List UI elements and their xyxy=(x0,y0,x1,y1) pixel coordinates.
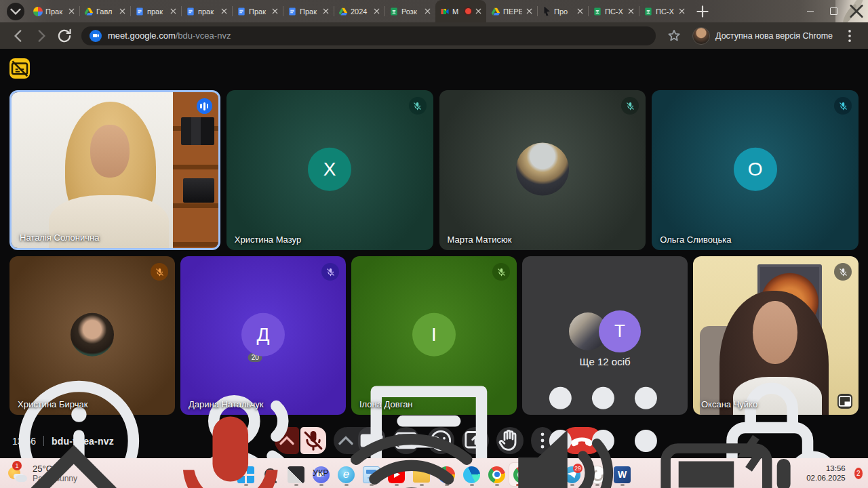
participant-name: Оксана Чуйко xyxy=(701,399,757,409)
drive-favicon xyxy=(491,7,500,16)
speaking-indicator xyxy=(197,98,212,114)
participant-name: Марта Матисюк xyxy=(448,235,512,245)
letter-avatar: Х xyxy=(308,148,351,191)
browser-tab[interactable]: M xyxy=(435,0,486,22)
battery-icon xyxy=(650,399,798,488)
window-maximize-button[interactable] xyxy=(822,0,845,22)
browser-tab[interactable]: ПС-Х xyxy=(588,0,639,22)
docs-favicon xyxy=(186,7,195,16)
new-tab-button[interactable] xyxy=(694,3,711,20)
back-arrow-icon xyxy=(9,27,27,45)
participant-name: Дарина Натальчук xyxy=(189,399,263,409)
chevron-up-icon xyxy=(0,399,148,488)
tab-close-icon[interactable] xyxy=(118,7,127,16)
windows-taskbar: 1 25°C Partly sunny 29 УКР 13:56 02.06.2… xyxy=(0,458,868,488)
profile-avatar[interactable] xyxy=(692,27,710,45)
tab-title: Гавл xyxy=(96,7,115,16)
captions-off-warning-button[interactable] xyxy=(9,58,30,79)
window-minimize-button[interactable] xyxy=(799,0,822,22)
participant-tile[interactable]: Марта Матисюк xyxy=(439,90,646,250)
browser-tab[interactable]: прак xyxy=(181,0,232,22)
expand-tile-button[interactable] xyxy=(837,394,852,409)
refresh-button[interactable] xyxy=(56,27,73,45)
drive-favicon xyxy=(84,7,94,16)
window-close-button[interactable] xyxy=(845,0,868,22)
tab-close-icon[interactable] xyxy=(423,7,432,16)
participant-tile[interactable]: Наталія Солонична xyxy=(9,90,220,250)
tab-title: прак xyxy=(198,7,217,16)
notification-count-badge[interactable]: 2 xyxy=(854,468,863,479)
participant-tile[interactable]: ООльга Сливоцька xyxy=(652,90,859,250)
docs-favicon xyxy=(288,7,297,16)
refresh-icon xyxy=(56,27,73,45)
browser-tab[interactable]: Прак xyxy=(232,0,283,22)
video-grid-row-1: Наталія СолоничнаХХристина МазурМарта Ма… xyxy=(9,90,859,250)
chevron-down-icon xyxy=(7,3,24,20)
participant-name: Наталія Солонична xyxy=(20,232,99,243)
meet-site-icon xyxy=(90,30,102,42)
mic-off-icon xyxy=(625,101,635,111)
language-indicator[interactable]: УКР xyxy=(313,468,329,478)
wifi-indicator[interactable] xyxy=(338,399,486,488)
forward-button[interactable] xyxy=(33,27,50,45)
tab-title: ПЕРЕ xyxy=(503,7,522,16)
volume-indicator[interactable] xyxy=(494,399,642,488)
mic-off-icon xyxy=(326,267,336,277)
star-icon xyxy=(665,27,683,45)
participant-tile[interactable]: ХХристина Мазур xyxy=(226,90,433,250)
kebab-menu-icon xyxy=(841,27,859,45)
tab-close-icon[interactable] xyxy=(525,7,534,16)
browser-tab[interactable]: Гавл xyxy=(79,0,130,22)
browser-tab[interactable]: 2024 xyxy=(334,0,384,22)
tray-time: 13:56 xyxy=(826,464,846,472)
tab-close-icon[interactable] xyxy=(677,7,686,16)
wifi-icon xyxy=(338,399,486,488)
tab-close-icon[interactable] xyxy=(220,7,229,16)
close-icon xyxy=(845,0,868,22)
chrome-update-chip[interactable]: Доступна нова версія Chrome xyxy=(715,31,833,41)
browser-toolbar: meet.google.com/bdu-vcea-nvz Доступна но… xyxy=(0,22,868,49)
tab-close-icon[interactable] xyxy=(372,7,381,16)
participant-name: Христина Мазур xyxy=(235,235,301,245)
tab-close-icon[interactable] xyxy=(474,7,483,16)
more-participants-label: Ще 12 осіб xyxy=(522,356,688,367)
browser-tab[interactable]: ПС-Х xyxy=(639,0,690,22)
tray-overflow-button[interactable] xyxy=(0,399,148,488)
letter-avatar: І xyxy=(412,313,456,357)
browser-tab[interactable]: прак xyxy=(130,0,181,22)
captions-off-icon xyxy=(9,58,30,79)
muted-mic-badge xyxy=(834,97,852,115)
taskbar-clock[interactable]: 13:56 02.06.2025 xyxy=(806,464,846,483)
tab-title: 2024 xyxy=(351,7,370,16)
tab-close-icon[interactable] xyxy=(169,7,178,16)
tab-title: ПС-Х xyxy=(605,7,624,16)
browser-tab[interactable]: Прак xyxy=(28,0,79,22)
tab-search-button[interactable] xyxy=(7,3,24,20)
address-bar[interactable]: meet.google.com/bdu-vcea-nvz xyxy=(81,26,656,45)
letter-avatar: О xyxy=(734,148,777,191)
mic-off-icon xyxy=(838,101,848,111)
browser-tab[interactable]: Розк xyxy=(384,0,435,22)
bookmark-button[interactable] xyxy=(665,27,683,45)
drive-favicon xyxy=(338,7,348,16)
browser-tab[interactable]: ПЕРЕ xyxy=(486,0,537,22)
browser-tab[interactable]: Прак xyxy=(283,0,334,22)
browser-menu-button[interactable] xyxy=(841,27,859,45)
tab-close-icon[interactable] xyxy=(627,7,635,16)
recording-indicator xyxy=(465,8,471,14)
forward-arrow-icon xyxy=(33,27,50,45)
tab-close-icon[interactable] xyxy=(271,7,279,16)
tab-title: Розк xyxy=(401,7,420,16)
tab-close-icon[interactable] xyxy=(576,7,585,16)
sheets-favicon xyxy=(389,7,399,16)
video-feed xyxy=(12,92,218,248)
camera-icon xyxy=(92,32,100,39)
battery-indicator[interactable] xyxy=(650,399,798,488)
picture-in-picture-icon xyxy=(837,394,852,409)
tab-title: Прак xyxy=(249,7,268,16)
tab-close-icon[interactable] xyxy=(321,7,330,16)
browser-tab[interactable]: Про xyxy=(537,0,588,22)
back-button[interactable] xyxy=(9,27,27,45)
tab-close-icon[interactable] xyxy=(67,7,76,16)
microphone-in-use-icon[interactable] xyxy=(157,399,304,488)
